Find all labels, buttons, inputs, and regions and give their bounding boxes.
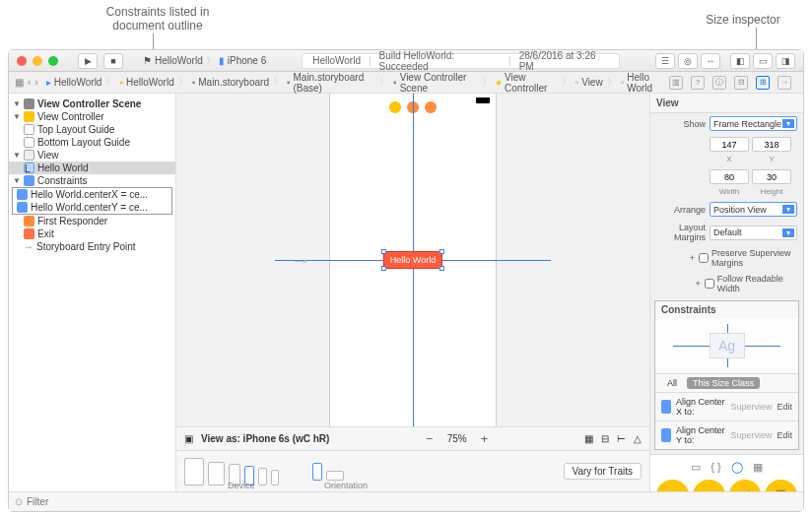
document-outline[interactable]: ▼View Controller Scene ▼View Controller … <box>9 94 176 491</box>
toggle-utilities-button[interactable]: ◨ <box>776 53 795 69</box>
layout-margins-select[interactable]: Default <box>710 226 797 240</box>
code-snippet-library-tab[interactable]: { } <box>710 461 720 474</box>
embed-button[interactable]: ▦ <box>584 433 593 444</box>
forward-button[interactable]: › <box>34 77 37 88</box>
toggle-outline-button[interactable]: ▦ <box>15 77 24 88</box>
back-button[interactable]: ‹ <box>28 77 31 88</box>
resize-handle[interactable] <box>440 249 444 254</box>
canvas[interactable]: → Hello World <box>176 94 649 426</box>
outline-view-controller[interactable]: ▼View Controller <box>9 110 175 123</box>
device-frame[interactable]: → Hello World <box>329 94 497 426</box>
device-group-label: Device <box>228 481 255 490</box>
outline-constraint-centery[interactable]: Hello World.centerY = ce... <box>13 201 171 214</box>
preserve-margins-checkbox[interactable]: Preserve Superview Margins <box>699 248 797 268</box>
breadcrumb-item[interactable]: ▪View Controller Scene <box>393 72 478 94</box>
edit-constraint-button[interactable]: Edit <box>777 402 792 412</box>
vary-for-traits-button[interactable]: Vary for Traits <box>564 463 643 480</box>
device-iphone-se[interactable] <box>258 468 267 485</box>
outline-first-responder[interactable]: First Responder <box>9 215 175 227</box>
selected-label[interactable]: Hello World <box>383 251 442 269</box>
entry-point-arrow[interactable]: → <box>291 249 310 272</box>
zoom-window-button[interactable] <box>48 56 58 66</box>
close-window-button[interactable] <box>17 56 27 66</box>
zoom-out-button[interactable]: − <box>420 430 440 447</box>
orientation-portrait[interactable] <box>312 463 322 481</box>
assistant-editor-button[interactable]: ◎ <box>678 53 698 69</box>
outline-entry-point[interactable]: →Storyboard Entry Point <box>9 240 175 253</box>
constraint-row-centery[interactable]: Align Center Y to: Superview Edit <box>655 420 798 449</box>
arrange-select[interactable]: Position View <box>710 202 797 217</box>
readable-width-checkbox[interactable]: Follow Readable Width <box>705 274 797 293</box>
breadcrumb-item[interactable]: ▪Main.storyboard (Base) <box>287 72 375 94</box>
version-editor-button[interactable]: ↔ <box>701 53 720 69</box>
outline-filter-input[interactable] <box>27 496 797 507</box>
y-field[interactable] <box>752 137 791 152</box>
breadcrumb-item[interactable]: ●View Controller <box>496 72 558 94</box>
object-library-tab[interactable]: ◯ <box>731 461 743 474</box>
orientation-picker[interactable] <box>312 463 344 481</box>
window-traffic-lights[interactable] <box>17 56 58 66</box>
library-item-view-controller[interactable]: ◻ <box>656 480 689 491</box>
device-iphone-4s[interactable] <box>271 470 279 485</box>
outline-constraint-centerx[interactable]: Hello World.centerX = ce... <box>13 188 171 201</box>
width-field[interactable] <box>710 169 749 184</box>
annotation-constraints-outline: Constraints listed in document outline <box>79 5 237 32</box>
toggle-navigator-button[interactable]: ◧ <box>730 53 750 69</box>
resize-handle[interactable] <box>381 249 386 254</box>
constraint-row-centerx[interactable]: Align Center X to: Superview Edit <box>655 392 798 420</box>
minimize-window-button[interactable] <box>33 56 42 66</box>
library-item-nav-controller[interactable]: ▣ <box>693 480 725 491</box>
scene-exit-icon[interactable] <box>425 101 437 113</box>
resolve-button[interactable]: △ <box>634 433 642 444</box>
canvas-area: → Hello World ▣ View as: iPhone 6s (wC h… <box>176 94 649 491</box>
view-section-header: View <box>650 94 803 113</box>
breadcrumb-item[interactable]: ▸HelloWorld <box>46 77 102 88</box>
breadcrumb-item[interactable]: ▫Hello World <box>621 72 667 94</box>
resize-handle[interactable] <box>440 266 444 271</box>
resize-handle[interactable] <box>381 266 386 271</box>
file-template-library-tab[interactable]: ▭ <box>691 461 701 474</box>
device-ipad-pro[interactable] <box>184 458 204 485</box>
breadcrumb-item[interactable]: ▪Main.storyboard <box>192 77 269 88</box>
device-ipad[interactable] <box>208 462 225 485</box>
view-as-label[interactable]: View as: iPhone 6s (wC hR) <box>201 433 329 444</box>
connections-inspector-tab[interactable]: → <box>778 76 791 90</box>
standard-editor-button[interactable]: ☰ <box>655 53 675 69</box>
stop-button[interactable]: ■ <box>103 53 123 69</box>
orientation-landscape[interactable] <box>326 471 344 481</box>
outline-label-hello-world[interactable]: LHello World <box>9 162 175 174</box>
zoom-in-button[interactable]: + <box>475 430 495 447</box>
show-select[interactable]: Frame Rectangle <box>710 116 797 131</box>
breadcrumb-item[interactable]: ▫View <box>575 77 603 88</box>
attributes-inspector-tab[interactable]: ⊟ <box>734 76 748 90</box>
outline-scene[interactable]: ▼View Controller Scene <box>9 97 175 110</box>
breadcrumb-item[interactable]: ▪HelloWorld <box>119 77 173 88</box>
run-button[interactable]: ▶ <box>78 53 98 69</box>
toggle-debug-button[interactable]: ▭ <box>753 53 773 69</box>
height-field[interactable] <box>752 169 791 184</box>
x-field[interactable] <box>710 137 749 152</box>
library-item-toolbar[interactable]: ☰ <box>765 480 797 491</box>
media-library-tab[interactable]: ▦ <box>753 461 763 474</box>
identity-inspector-tab[interactable]: ⓘ <box>712 76 726 90</box>
scene-vc-icon[interactable] <box>389 101 401 113</box>
file-inspector-tab[interactable]: ▥ <box>669 76 683 90</box>
constraint-icon <box>661 428 671 442</box>
pin-button[interactable]: ⊢ <box>617 433 626 444</box>
align-button[interactable]: ⊟ <box>601 433 609 444</box>
size-inspector-tab[interactable]: ⊞ <box>756 76 770 90</box>
constraints-tab-all[interactable]: All <box>661 377 683 389</box>
scheme-selector[interactable]: ⚑ HelloWorld 〉 ▮ iPhone 6 <box>143 54 266 68</box>
constraints-tab-this-size-class[interactable]: This Size Class <box>687 377 760 389</box>
outline-top-layout-guide[interactable]: Top Layout Guide <box>9 123 175 136</box>
edit-constraint-button[interactable]: Edit <box>777 430 792 440</box>
toggle-device-bar-button[interactable]: ▣ <box>184 433 193 444</box>
library-item-back[interactable]: 〈 <box>729 480 762 491</box>
outline-constraints-group[interactable]: ▼Constraints <box>9 174 175 187</box>
constraints-preview-box: Ag <box>710 333 745 358</box>
outline-bottom-layout-guide[interactable]: Bottom Layout Guide <box>9 136 175 149</box>
outline-exit[interactable]: Exit <box>9 227 175 240</box>
status-bar-battery <box>476 97 490 103</box>
outline-view[interactable]: ▼View <box>9 149 175 162</box>
quickhelp-inspector-tab[interactable]: ? <box>691 76 705 90</box>
